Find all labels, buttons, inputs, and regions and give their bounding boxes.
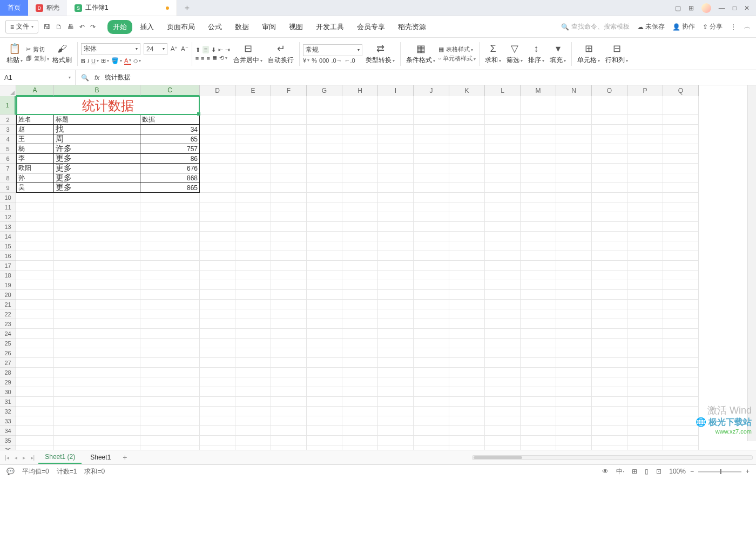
- cell[interactable]: [342, 241, 378, 251]
- cell[interactable]: [663, 183, 699, 193]
- cell[interactable]: [342, 193, 378, 202]
- cell[interactable]: [414, 232, 449, 241]
- border-icon[interactable]: ⊞: [101, 57, 109, 64]
- cell[interactable]: [378, 125, 414, 134]
- cell[interactable]: [663, 202, 699, 212]
- cell[interactable]: [271, 426, 307, 436]
- cell[interactable]: [307, 261, 342, 271]
- cell[interactable]: [140, 416, 200, 426]
- row-header[interactable]: 30: [0, 387, 16, 397]
- cell[interactable]: [307, 193, 342, 202]
- cell[interactable]: [592, 222, 627, 232]
- cell[interactable]: [663, 222, 699, 232]
- cell[interactable]: [140, 290, 200, 300]
- cell[interactable]: [200, 339, 235, 348]
- cell[interactable]: [414, 183, 449, 193]
- formula-value[interactable]: 统计数据: [105, 73, 131, 82]
- cell[interactable]: [485, 348, 521, 358]
- search-box[interactable]: 🔍 查找命令、搜索模板: [561, 22, 630, 31]
- cell[interactable]: [521, 339, 556, 348]
- cell[interactable]: [235, 154, 271, 164]
- cell[interactable]: [235, 445, 271, 450]
- cell[interactable]: [140, 436, 200, 445]
- cell[interactable]: 李: [16, 154, 54, 164]
- row-header[interactable]: 3: [0, 125, 16, 134]
- cell[interactable]: [663, 271, 699, 280]
- cell[interactable]: [307, 436, 342, 445]
- cell[interactable]: [342, 407, 378, 416]
- cell[interactable]: [556, 96, 592, 115]
- cell[interactable]: [521, 358, 556, 368]
- cell[interactable]: [16, 339, 54, 348]
- cell[interactable]: [307, 387, 342, 397]
- cell[interactable]: [521, 144, 556, 154]
- sum-button[interactable]: Σ求和: [483, 43, 503, 65]
- row-header[interactable]: 13: [0, 222, 16, 232]
- cell[interactable]: [485, 387, 521, 397]
- cell[interactable]: [521, 232, 556, 241]
- cell[interactable]: [414, 416, 449, 426]
- cell[interactable]: [271, 436, 307, 445]
- cell[interactable]: [200, 96, 235, 115]
- cell[interactable]: [54, 232, 140, 241]
- cell[interactable]: [342, 397, 378, 407]
- cell[interactable]: 757: [140, 144, 200, 154]
- cell[interactable]: [378, 134, 414, 144]
- cell[interactable]: [200, 348, 235, 358]
- cell[interactable]: [663, 241, 699, 251]
- cell[interactable]: [307, 290, 342, 300]
- cell[interactable]: [449, 329, 485, 339]
- cell[interactable]: [556, 271, 592, 280]
- cell[interactable]: [16, 377, 54, 387]
- scrollbar-vertical[interactable]: [747, 85, 756, 441]
- format-painter-button[interactable]: 🖌 格式刷: [50, 43, 74, 65]
- cell[interactable]: [414, 154, 449, 164]
- cell[interactable]: [663, 96, 699, 115]
- cell[interactable]: [235, 144, 271, 154]
- cell[interactable]: [663, 193, 699, 202]
- cell[interactable]: [485, 445, 521, 450]
- cell[interactable]: [521, 173, 556, 183]
- cell[interactable]: [663, 134, 699, 144]
- cell[interactable]: [485, 183, 521, 193]
- row-header[interactable]: 14: [0, 232, 16, 241]
- cell[interactable]: [556, 319, 592, 329]
- cell[interactable]: [449, 125, 485, 134]
- row-header[interactable]: 33: [0, 416, 16, 426]
- cell[interactable]: [592, 241, 627, 251]
- cell[interactable]: [592, 290, 627, 300]
- cell[interactable]: [485, 251, 521, 261]
- cell[interactable]: 许多: [54, 144, 140, 154]
- cell[interactable]: [54, 241, 140, 251]
- cell[interactable]: [235, 358, 271, 368]
- cell[interactable]: [342, 202, 378, 212]
- cell[interactable]: [521, 115, 556, 125]
- cell[interactable]: [16, 232, 54, 241]
- cell[interactable]: [200, 125, 235, 134]
- indent-dec-icon[interactable]: ⇤: [218, 46, 223, 53]
- cell[interactable]: [485, 290, 521, 300]
- cell[interactable]: [414, 397, 449, 407]
- cell[interactable]: [378, 271, 414, 280]
- cell[interactable]: [54, 436, 140, 445]
- cell[interactable]: [235, 232, 271, 241]
- align-top-icon[interactable]: ⬆: [195, 46, 200, 53]
- row-header[interactable]: 23: [0, 319, 16, 329]
- cell[interactable]: [449, 193, 485, 202]
- col-header-P[interactable]: P: [627, 85, 663, 96]
- tab-data[interactable]: 数据: [230, 20, 254, 34]
- cell[interactable]: [663, 416, 699, 426]
- cell[interactable]: [378, 445, 414, 450]
- cell-button[interactable]: ⊞单元格: [575, 43, 602, 65]
- cell[interactable]: [54, 290, 140, 300]
- cell[interactable]: [414, 348, 449, 358]
- cell[interactable]: [342, 426, 378, 436]
- cell[interactable]: [200, 319, 235, 329]
- cell[interactable]: [16, 309, 54, 319]
- cell[interactable]: [592, 183, 627, 193]
- cell[interactable]: [200, 436, 235, 445]
- add-sheet-button[interactable]: +: [119, 453, 130, 462]
- cell[interactable]: [485, 416, 521, 426]
- cell[interactable]: [556, 212, 592, 222]
- cell[interactable]: [307, 319, 342, 329]
